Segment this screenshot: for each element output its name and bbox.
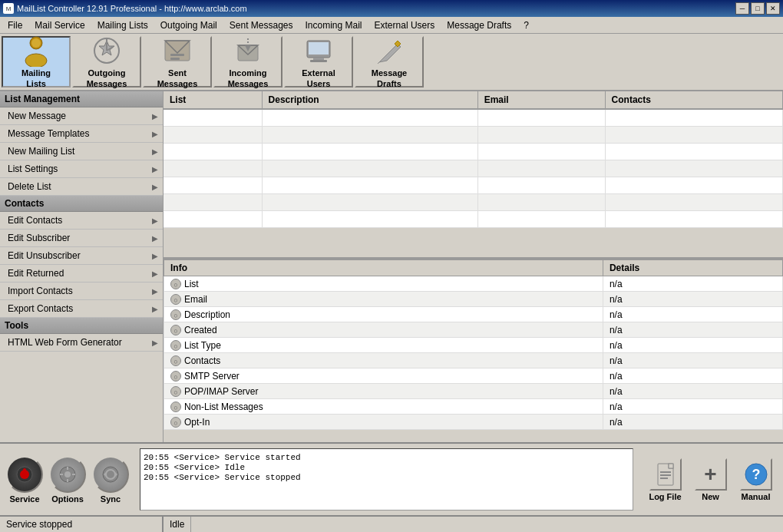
log-file-button[interactable]: Log File <box>644 458 686 501</box>
toolbar-mailing-lists[interactable]: MailingLists <box>2 36 71 88</box>
svg-rect-32 <box>669 464 673 468</box>
info-icon: ○ <box>170 325 181 335</box>
col-description: Description <box>262 91 477 109</box>
content-area: List Description Email Contacts <box>164 91 783 442</box>
svg-rect-16 <box>313 58 324 60</box>
mailing-lists-icon <box>20 35 52 67</box>
toolbar-incoming-messages-label: IncomingMessages <box>228 68 269 88</box>
toolbar-outgoing-messages-label: OutgoingMessages <box>87 68 127 88</box>
menu-sent-messages[interactable]: Sent Messages <box>225 18 298 32</box>
table-row[interactable] <box>164 210 783 227</box>
details-row: ○Listn/a <box>164 276 783 292</box>
table-row[interactable] <box>164 109 783 126</box>
sidebar-edit-returned[interactable]: Edit Returned ▶ <box>0 265 163 283</box>
sidebar-edit-unsubscriber[interactable]: Edit Unsubscriber ▶ <box>0 247 163 265</box>
sidebar-edit-contacts[interactable]: Edit Contacts ▶ <box>0 212 163 230</box>
details-panel: Info Details ○Listn/a○Emailn/a○Descripti… <box>164 258 783 442</box>
svg-rect-27 <box>72 474 75 475</box>
sidebar-new-message[interactable]: New Message ▶ <box>0 107 163 125</box>
sidebar-html-web-form-generator[interactable]: HTML Web Form Generator ▶ <box>0 334 163 352</box>
arrow-icon: ▶ <box>152 252 158 260</box>
service-icon[interactable] <box>6 456 43 493</box>
svg-rect-34 <box>660 474 671 476</box>
table-row[interactable] <box>164 193 783 210</box>
col-list: List <box>164 91 262 109</box>
toolbar-incoming-messages[interactable]: IncomingMessages <box>213 36 282 88</box>
mailing-list-table: List Description Email Contacts <box>164 91 783 228</box>
sidebar-list-settings[interactable]: List Settings ▶ <box>0 160 163 178</box>
details-row: ○POP/IMAP Servern/a <box>164 384 783 399</box>
app-title: MailList Controller 12.91 Professional -… <box>17 4 247 13</box>
svg-rect-15 <box>309 42 329 55</box>
toolbar-message-drafts[interactable]: MessageDrafts <box>355 36 424 88</box>
arrow-icon: ▶ <box>152 216 158 225</box>
menu-mailing-lists[interactable]: Mailing Lists <box>93 18 153 32</box>
manual-icon[interactable]: ? <box>740 458 772 491</box>
svg-point-1 <box>25 54 47 67</box>
toolbar-mailing-lists-label: MailingLists <box>21 68 51 88</box>
menu-outgoing-mail[interactable]: Outgoing Mail <box>156 18 222 32</box>
menu-help[interactable]: ? <box>519 18 534 32</box>
info-icon: ○ <box>170 355 181 366</box>
toolbar: MailingLists OutgoingMessages SentMessag… <box>0 34 783 91</box>
list-table[interactable]: List Description Email Contacts <box>164 91 783 258</box>
sidebar-message-templates[interactable]: Message Templates ▶ <box>0 125 163 143</box>
sidebar-delete-list[interactable]: Delete List ▶ <box>0 178 163 196</box>
service-button[interactable]: Service <box>6 456 43 504</box>
sidebar-export-contacts[interactable]: Export Contacts ▶ <box>0 300 163 318</box>
sync-icon[interactable] <box>92 456 129 493</box>
options-icon[interactable] <box>49 456 86 493</box>
details-row: ○List Typen/a <box>164 338 783 353</box>
details-table: Info Details ○Listn/a○Emailn/a○Descripti… <box>164 259 783 430</box>
outgoing-messages-icon <box>91 35 123 67</box>
details-row: ○Createdn/a <box>164 322 783 338</box>
menu-external-users[interactable]: External Users <box>370 18 440 32</box>
window-controls: ─ □ ✕ <box>735 2 780 15</box>
log-area: 20:55 <Service> Service started 20:55 <S… <box>140 448 633 511</box>
sent-messages-icon <box>161 35 193 67</box>
sidebar-new-mailing-list[interactable]: New Mailing List ▶ <box>0 143 163 160</box>
svg-text:?: ? <box>752 467 760 482</box>
svg-rect-10 <box>170 58 180 60</box>
table-row[interactable] <box>164 160 783 177</box>
arrow-icon: ▶ <box>152 183 158 191</box>
svg-rect-9 <box>170 54 184 56</box>
sync-button[interactable]: Sync <box>92 456 129 504</box>
maximize-button[interactable]: □ <box>751 2 765 15</box>
table-row[interactable] <box>164 143 783 160</box>
menu-incoming-mail[interactable]: Incoming Mail <box>301 18 367 32</box>
close-button[interactable]: ✕ <box>766 2 780 15</box>
titlebar: M MailList Controller 12.91 Professional… <box>0 0 783 17</box>
menu-mail-service[interactable]: Mail Service <box>30 18 89 32</box>
external-users-icon <box>302 35 335 67</box>
menu-file[interactable]: File <box>3 18 27 32</box>
menu-message-drafts[interactable]: Message Drafts <box>442 18 516 32</box>
toolbar-external-users[interactable]: ExternalUsers <box>284 36 353 88</box>
toolbar-outgoing-messages[interactable]: OutgoingMessages <box>72 36 141 88</box>
manual-button[interactable]: ? Manual <box>735 458 777 501</box>
new-icon[interactable]: + <box>695 458 727 491</box>
service-label: Service <box>9 494 39 504</box>
new-button[interactable]: + New <box>689 458 732 501</box>
arrow-icon: ▶ <box>152 305 158 313</box>
sidebar-edit-subscriber[interactable]: Edit Subscriber ▶ <box>0 230 163 247</box>
info-icon: ○ <box>170 309 181 320</box>
sidebar-import-contacts[interactable]: Import Contacts ▶ <box>0 283 163 300</box>
section-tools: Tools <box>0 318 163 334</box>
log-entry: 20:55 <Service> Idle <box>144 463 629 472</box>
arrow-icon: ▶ <box>152 287 158 296</box>
minimize-button[interactable]: ─ <box>735 2 749 15</box>
details-row: ○SMTP Servern/a <box>164 368 783 384</box>
options-button[interactable]: Options <box>49 456 86 504</box>
status-idle-text: Idle <box>170 519 184 530</box>
main-area: List Management New Message ▶ Message Te… <box>0 91 783 442</box>
toolbar-sent-messages[interactable]: SentMessages <box>143 36 212 88</box>
log-file-icon[interactable] <box>649 458 682 491</box>
table-row[interactable] <box>164 177 783 193</box>
arrow-icon: ▶ <box>152 165 158 173</box>
table-row[interactable] <box>164 126 783 143</box>
info-icon: ○ <box>170 294 181 305</box>
col-email: Email <box>477 91 605 109</box>
svg-point-2 <box>31 38 41 48</box>
info-icon: ○ <box>170 401 181 412</box>
